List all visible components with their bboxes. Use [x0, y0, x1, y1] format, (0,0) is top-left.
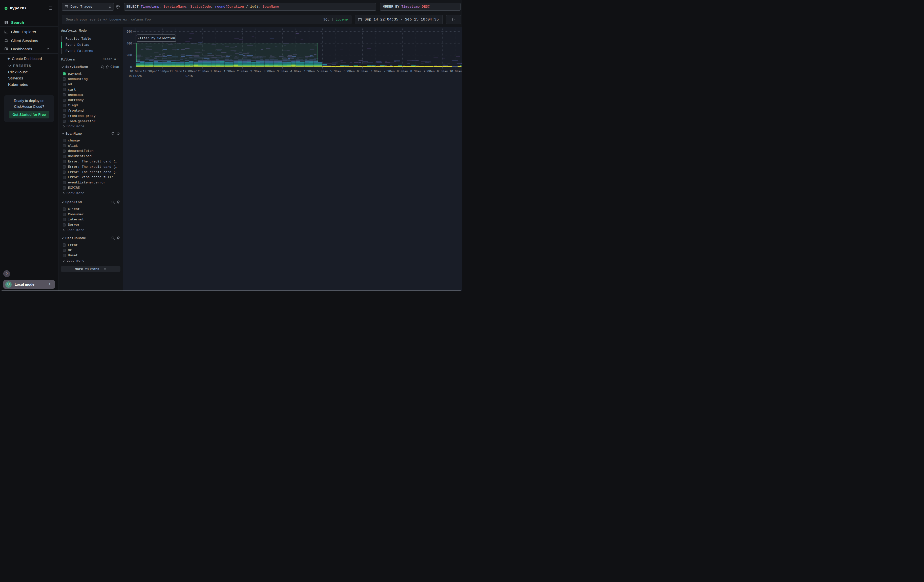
- svg-text:600: 600: [127, 30, 132, 34]
- svg-text:7:30am: 7:30am: [384, 70, 395, 73]
- svg-text:5:30am: 5:30am: [330, 70, 341, 73]
- svg-text:2:00am: 2:00am: [237, 70, 248, 73]
- svg-text:8:30am: 8:30am: [410, 70, 422, 73]
- svg-text:10:30pm: 10:30pm: [143, 70, 156, 73]
- svg-text:3:00am: 3:00am: [264, 70, 275, 73]
- svg-text:Filter by Selection: Filter by Selection: [138, 36, 175, 40]
- svg-text:4:00am: 4:00am: [290, 70, 301, 73]
- svg-text:12:00am: 12:00am: [183, 70, 196, 73]
- svg-text:7:00am: 7:00am: [370, 70, 381, 73]
- svg-text:0: 0: [130, 66, 132, 69]
- svg-text:6:00am: 6:00am: [343, 70, 355, 73]
- svg-text:9/14/25: 9/14/25: [129, 74, 142, 78]
- svg-text:6:30am: 6:30am: [357, 70, 368, 73]
- svg-text:9/15: 9/15: [185, 74, 193, 78]
- svg-text:3:30am: 3:30am: [277, 70, 288, 73]
- svg-text:11:00pm: 11:00pm: [156, 70, 169, 73]
- svg-text:2:30am: 2:30am: [250, 70, 261, 73]
- svg-text:9:00am: 9:00am: [424, 70, 435, 73]
- svg-text:12:30am: 12:30am: [196, 70, 209, 73]
- svg-text:1:30am: 1:30am: [224, 70, 235, 73]
- svg-text:10:00pm: 10:00pm: [129, 70, 142, 73]
- svg-text:9:30am: 9:30am: [437, 70, 448, 73]
- svg-text:400: 400: [127, 42, 132, 46]
- svg-text:8:00am: 8:00am: [397, 70, 408, 73]
- svg-text:200: 200: [127, 54, 132, 57]
- svg-text:4:30am: 4:30am: [304, 70, 315, 73]
- svg-text:5:00am: 5:00am: [317, 70, 328, 73]
- svg-text:1:00am: 1:00am: [210, 70, 221, 73]
- svg-text:11:30pm: 11:30pm: [169, 70, 182, 73]
- svg-text:10:00am: 10:00am: [449, 70, 462, 73]
